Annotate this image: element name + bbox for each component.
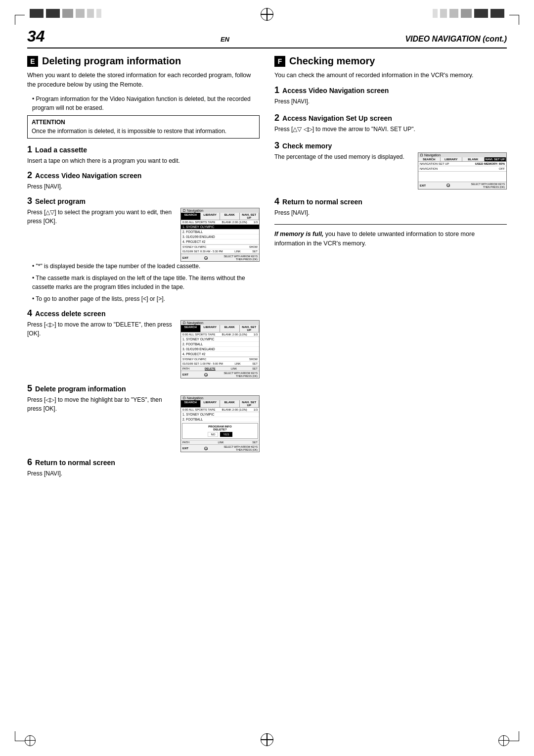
step-e3-title: Select program [35,197,86,205]
step-f4: 4 Return to normal screen Press [NAVI]. [274,196,507,217]
page-lang: EN [221,36,229,43]
step-e5-heading: 5 Delete program information [27,383,260,394]
attention-box: ATTENTION Once the information is delete… [27,115,260,139]
ok-circle: OK [204,256,208,260]
section-e-intro: When you want to delete the stored infor… [27,71,260,90]
step-e6-heading: 6 Return to normal screen [27,457,260,468]
step-e1: 1 Load a cassette Insert a tape on which… [27,144,260,165]
step-e4-content: Press [◁▷] to move the arrow to "DELETE"… [27,320,260,378]
step-e6-title: Return to normal screen [35,459,115,467]
attention-text: Once the information is deleted, it is i… [32,127,255,136]
nav-screen-4-title: 🗒 Navigation [181,321,259,325]
nav5-item-2: 2. FOOTBALL [181,417,259,422]
bar5 [87,9,94,18]
nav-screen-4-tabs: SEARCH LIBRARY BLANK NAVI. SET UP [181,325,259,332]
step-f3: 3 Check memory The percentage of the use… [274,141,507,189]
section-e-title: Deleting program information [42,55,181,67]
nav-check-title: 🗒 Navigation [418,153,506,157]
nav-info-row1: SYDNEY OLYMPIC SHOW [181,244,259,249]
nav5-item-1: 1. SYDNEY OLYMPIC [181,412,259,417]
step-f3-content: The percentage of the used memory is dis… [274,152,507,189]
nav-check-row2: NAVIGATION OFF [418,166,506,172]
nav-check-spacer [418,172,506,182]
section-f-header: F Checking memory [274,55,507,67]
nav4-arrow-row: PATH DELETE LINK SET [181,366,259,371]
step-e6: 6 Return to normal screen Press [NAVI]. [27,457,260,478]
step-f3-title: Check memory [282,142,332,150]
right-column: F Checking memory You can check the amou… [274,55,507,483]
step-e3-content: Press [△▽] to select the program you wan… [27,208,260,262]
step-e4-number: 4 [27,308,32,319]
dialog-options: NO YES [184,432,256,437]
nav4-item-4: 4. PROJECT #2 [181,352,259,357]
step-f3-body: The percentage of the used memory is dis… [274,152,414,161]
nav-item-2: 2. FOOTBALL [181,230,259,235]
nav5-dialog: PROGRAM INFODELETE? NO YES [182,423,258,439]
step-e3-bullet2: The cassette mark is displayed on the le… [32,274,260,291]
nav4-info-row1: SYDNEY OLYMPIC SHOW [181,357,259,362]
step-f2-heading: 2 Access Navigation Set Up screen [274,113,507,123]
page-number: 34 [27,27,45,46]
ok-circle-5: OK [204,447,208,450]
step-e3-bullet1: "*" is displayed beside the tape number … [32,262,260,271]
section-f-intro: You can check the amount of recorded inf… [274,71,507,80]
nav-tab-navi-set: NAVI. SET UP [240,213,260,220]
section-f-title: Checking memory [289,55,375,67]
step-e5-body: Press [◁▷] to move the highlight bar to … [27,395,177,413]
nav4-tab-blank: BLANK [220,325,240,332]
step-f2: 2 Access Navigation Set Up screen Press … [274,113,507,134]
step-e1-title: Load a cassette [35,146,87,154]
step-e6-body: Press [NAVI]. [27,469,260,478]
footer-divider [274,224,507,225]
bar6 [96,9,101,18]
dialog-no: NO [208,432,218,437]
step-e5-title: Delete program information [35,385,126,393]
nav-info-row2: 01/01/99 SET: 8:30 AM - 5:30 PM LINK SET [181,249,259,254]
nav-screen-check: 🗒 Navigation SEARCH LIBRARY BLANK NAVI. … [418,152,507,189]
page-title: VIDEO NAVIGATION (cont.) [405,35,507,44]
corner-mark-br [509,731,519,741]
nav4-item-3: 3. 01/01/99 ENGLAND [181,347,259,352]
nav-item-3: 3. 01/01/99 ENGLAND [181,235,259,239]
top-bars-left [30,9,101,18]
bar1 [30,9,44,18]
ok-circle-check: OK [446,184,450,187]
step-e4-heading: 4 Access delete screen [27,308,260,319]
step-f1-body: Press [NAVI]. [274,97,507,106]
step-e5: 5 Delete program information Press [◁▷] … [27,383,260,452]
nav4-top-row: 0:00 ALL SPORTS TAPE BLANK 2:00 (1/2N) 1… [181,332,259,337]
step-e1-heading: 1 Load a cassette [27,144,260,155]
section-e-letter: E [27,56,38,67]
nav-screen-3: 🗒 Navigation SEARCH LIBRARY BLANK NAVI. … [180,208,260,262]
step-f1: 1 Access Video Navigation screen Press [… [274,85,507,106]
step-e3: 3 Select program Press [△▽] to select th… [27,196,260,303]
step-f4-heading: 4 Return to normal screen [274,196,507,207]
nav4-tab-library: LIBRARY [201,325,221,332]
bar-r4 [461,9,472,18]
step-f3-text: The percentage of the used memory is dis… [274,152,414,161]
step-e5-number: 5 [27,383,32,394]
bar4 [76,9,85,18]
bar3 [62,9,73,18]
section-e-bullet1: Program information for the Video Naviga… [32,94,260,112]
nav-screen-3-title: 🗒 Navigation [181,208,259,213]
corner-mark-bl [15,731,25,741]
footer-note: If memory is full, you have to delete un… [274,230,507,248]
step-e2: 2 Access Video Navigation screen Press [… [27,170,260,191]
nav-item-1: 1. SYDNEY OLYMPIC [181,225,259,230]
left-column: E Deleting program information When you … [27,55,260,483]
step-e3-heading: 3 Select program [27,196,260,206]
nav-screen-4: 🗒 Navigation SEARCH LIBRARY BLANK NAVI. … [180,320,260,378]
nav-item-4: 4. PROJECT #2 [181,239,259,244]
step-f2-body: Press [△▽ ◁▷] to move the arrow to "NAVI… [274,125,507,134]
bottom-center-crosshair [261,733,273,746]
dialog-yes: YES [220,432,232,437]
bar2 [46,9,60,18]
nav-check-tab-search: SEARCH [418,157,441,161]
step-e3-number: 3 [27,196,32,206]
nav-check-tabs: SEARCH LIBRARY BLANK NAVI. SET UP [418,157,506,162]
step-f1-number: 1 [274,85,279,95]
nav-bottom-row: EXIT OK SELECT WITH ARROW KEYSTHEN PRESS… [181,254,259,261]
top-bars-right [433,9,504,18]
step-e3-body: Press [△▽] to select the program you wan… [27,208,177,226]
